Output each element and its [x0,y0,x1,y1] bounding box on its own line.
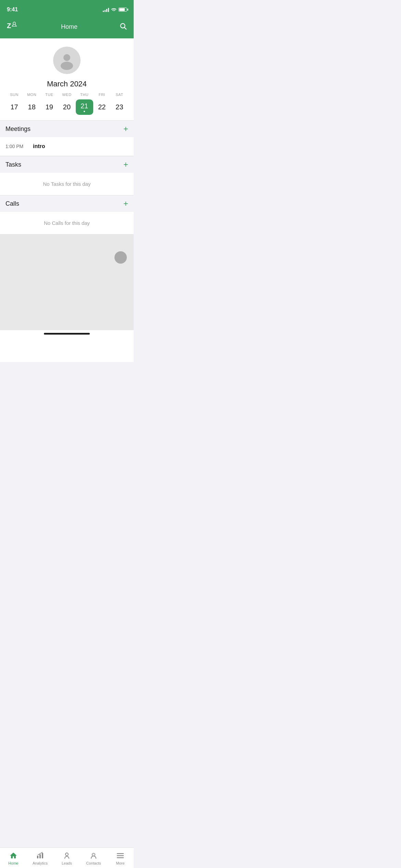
calendar-day-22[interactable]: 22 [93,99,111,115]
meetings-title: Meetings [5,125,31,133]
calendar-weekdays: SUN MON TUE WED THU FRI SAT [5,93,128,97]
signal-icon [103,7,109,12]
calendar-day-21-today[interactable]: 21 [76,99,93,115]
gray-area [0,234,134,330]
avatar[interactable] [53,47,81,74]
calendar-day-20[interactable]: 20 [58,99,75,115]
svg-point-8 [61,62,73,70]
battery-icon [119,8,127,12]
weekday-sun: SUN [5,93,23,97]
weekday-mon: MON [23,93,40,97]
avatar-section [0,38,134,80]
page-title: Home [61,23,77,31]
weekday-thu: THU [76,93,93,97]
meeting-name: intro [33,143,45,149]
tasks-section-header: Tasks + [0,156,134,173]
calendar-days: 17 18 19 20 21 22 23 [5,99,128,115]
tasks-empty-text: No Tasks for this day [43,181,91,187]
calls-section-header: Calls + [0,195,134,212]
search-icon[interactable] [119,22,127,32]
status-bar: 9:41 [0,0,134,17]
weekday-wed: WED [58,93,75,97]
weekday-tue: TUE [40,93,58,97]
calendar-section: March 2024 SUN MON TUE WED THU FRI SAT 1… [0,80,134,120]
calendar-day-19[interactable]: 19 [40,99,58,115]
tasks-title: Tasks [5,161,21,168]
svg-line-3 [15,24,16,26]
add-task-button[interactable]: + [123,160,128,169]
calls-empty-state: No Calls for this day [0,212,134,234]
nav-bar: Z Home [0,17,134,38]
add-call-button[interactable]: + [123,200,128,208]
meeting-time: 1:00 PM [5,144,27,149]
calls-title: Calls [5,200,19,207]
meeting-item[interactable]: 1:00 PM intro [0,137,134,156]
app-logo[interactable]: Z [7,21,19,33]
svg-line-2 [12,24,13,26]
calendar-day-18[interactable]: 18 [23,99,40,115]
status-icons [103,7,127,12]
weekday-fri: FRI [93,93,111,97]
svg-line-6 [124,27,126,29]
svg-point-1 [13,22,15,24]
calls-empty-text: No Calls for this day [44,220,90,226]
wifi-icon [111,7,117,12]
gray-circle [114,251,127,264]
home-indicator-bar [44,333,90,335]
svg-text:Z: Z [7,22,11,29]
svg-point-7 [63,54,70,61]
home-indicator [0,330,134,362]
meetings-section-header: Meetings + [0,120,134,137]
tasks-empty-state: No Tasks for this day [0,173,134,195]
weekday-sat: SAT [111,93,128,97]
status-time: 9:41 [7,7,18,13]
month-title: March 2024 [5,80,128,88]
calendar-day-17[interactable]: 17 [5,99,23,115]
calendar-day-23[interactable]: 23 [111,99,128,115]
add-meeting-button[interactable]: + [123,125,128,133]
